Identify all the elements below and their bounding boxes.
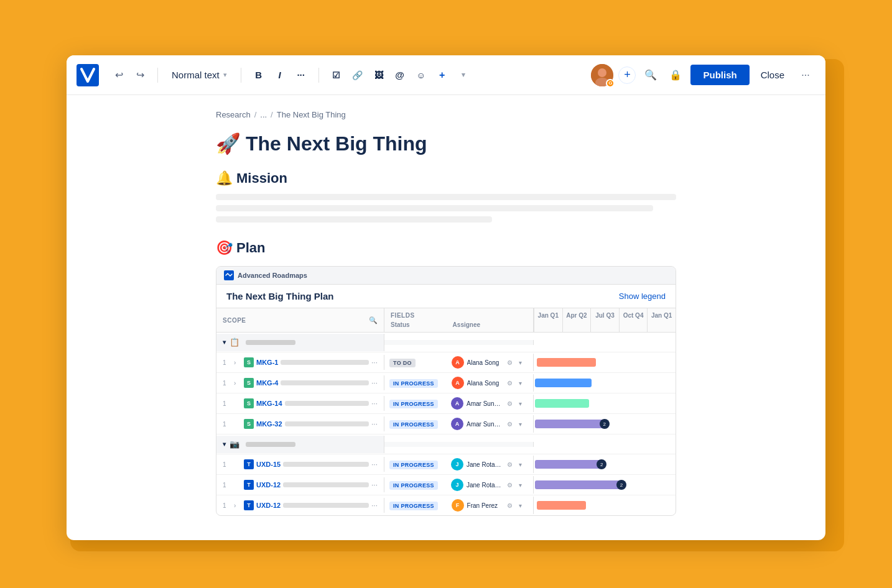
expand-icon[interactable]: › (234, 359, 241, 366)
settings-icon[interactable]: ⚙ (505, 379, 514, 387)
title-text[interactable]: The Next Big Thing (246, 132, 427, 155)
group-chevron-icon[interactable]: ▾ (223, 339, 226, 346)
settings-icon[interactable]: ⚙ (505, 420, 514, 428)
assignee-name: Fran Perez (467, 502, 498, 509)
gantt-bar[interactable]: 2 (535, 420, 603, 428)
gantt-bar[interactable] (537, 358, 597, 367)
group-chevron-icon[interactable]: ▾ (223, 441, 226, 448)
status-badge[interactable]: IN PROGRESS (389, 420, 438, 429)
search-button[interactable]: 🔍 (641, 65, 661, 85)
chevron-down-icon[interactable]: ▾ (516, 420, 524, 428)
row-status: IN PROGRESS (384, 420, 446, 429)
row-more-icon[interactable]: ··· (371, 460, 378, 469)
checkbox-button[interactable]: ☑ (327, 65, 346, 85)
breadcrumb-ellipsis[interactable]: ... (260, 110, 267, 119)
table-header: SCOPE 🔍 FIELDS Status Assignee (216, 308, 676, 333)
status-badge[interactable]: IN PROGRESS (389, 502, 438, 510)
table-row: 1 › T UXD-12 ··· IN PROGRESS F Fran Pere… (216, 495, 676, 515)
show-legend-button[interactable]: Show legend (619, 292, 666, 301)
settings-icon[interactable]: ⚙ (505, 480, 514, 489)
gantt-bar[interactable] (537, 501, 587, 510)
plan-section: 🎯 Plan (216, 240, 676, 256)
settings-icon[interactable]: ⚙ (505, 501, 514, 510)
image-button[interactable]: 🖼 (369, 65, 389, 85)
row-fields-cell: IN PROGRESS J Jane Rotanson ⚙ ▾ (384, 456, 534, 473)
redo-button[interactable]: ↪ (130, 65, 150, 85)
chevron-down-icon[interactable]: ▾ (516, 399, 524, 408)
chevron-down-icon[interactable]: ▾ (516, 480, 524, 489)
plan-emoji: 🎯 (216, 240, 233, 256)
insert-button[interactable]: + (432, 65, 452, 85)
mission-text[interactable]: Mission (236, 170, 287, 186)
roadmap-title: The Next Big Thing Plan (226, 291, 334, 301)
status-badge[interactable]: IN PROGRESS (389, 461, 438, 469)
issue-key[interactable]: MKG-32 (256, 420, 282, 428)
table-row: 1 T UXD-12 ··· IN PROGRESS J Jane Rotans… (216, 475, 676, 495)
expand-icon[interactable]: › (234, 502, 241, 509)
issue-key[interactable]: UXD-15 (256, 461, 281, 468)
settings-icon[interactable]: ⚙ (505, 358, 514, 367)
settings-icon[interactable]: ⚙ (505, 399, 514, 408)
assign-actions: ⚙ ▾ (505, 399, 528, 408)
mention-button[interactable]: @ (390, 65, 410, 85)
issue-key[interactable]: MKG-4 (256, 379, 278, 387)
issue-key[interactable]: UXD-12 (256, 481, 281, 489)
row-scope-cell: 1 S MKG-14 ··· (216, 396, 384, 411)
publish-button[interactable]: Publish (690, 65, 749, 85)
assignee-avatar: J (451, 458, 463, 471)
status-badge[interactable]: TO DO (389, 359, 416, 367)
bold-button[interactable]: B (249, 65, 269, 85)
more-format-button[interactable]: ··· (291, 65, 311, 85)
group-fields-cell (384, 340, 534, 345)
gantt-bar[interactable]: 2 (535, 460, 600, 469)
assignee-name: Alana Song (467, 359, 499, 366)
emoji-button[interactable]: ☺ (411, 65, 431, 85)
chevron-down-icon[interactable]: ▾ (516, 460, 524, 469)
chevron-down-icon[interactable]: ▾ (516, 379, 524, 387)
undo-button[interactable]: ↩ (109, 65, 129, 85)
breadcrumb-research[interactable]: Research (216, 110, 251, 119)
settings-icon[interactable]: ⚙ (505, 460, 514, 469)
issue-key[interactable]: MKG-1 (256, 359, 278, 366)
gantt-bar[interactable]: 2 (535, 480, 620, 489)
more-options-button[interactable]: ··· (796, 65, 815, 85)
add-collaborator-button[interactable]: + (618, 67, 636, 84)
row-more-icon[interactable]: ··· (371, 480, 378, 489)
issue-type-badge: T (244, 459, 254, 469)
text-style-button[interactable]: Normal text ▾ (165, 67, 233, 83)
issue-key[interactable]: UXD-12 (256, 502, 281, 509)
italic-button[interactable]: I (270, 65, 290, 85)
row-assignee: A Amar Sundaram ⚙ ▾ (446, 418, 533, 430)
row-more-icon[interactable]: ··· (371, 358, 378, 367)
row-more-icon[interactable]: ··· (371, 420, 378, 428)
issue-key[interactable]: MKG-14 (256, 400, 282, 407)
row-more-icon[interactable]: ··· (371, 501, 378, 510)
expand-icon[interactable]: › (234, 380, 241, 387)
chevron-down-icon[interactable]: ▾ (516, 501, 524, 510)
status-badge[interactable]: IN PROGRESS (389, 481, 438, 490)
link-button[interactable]: 🔗 (348, 65, 368, 85)
gantt-bar[interactable] (535, 399, 589, 408)
group-name-placeholder (246, 442, 295, 447)
plan-text[interactable]: Plan (236, 240, 265, 256)
row-more-icon[interactable]: ··· (371, 399, 378, 408)
assign-actions: ⚙ ▾ (505, 460, 528, 469)
table-row: 1 › S MKG-1 ··· TO DO A Alana Song ⚙ ▾ (216, 352, 676, 373)
gantt-bar[interactable] (535, 379, 592, 387)
status-badge[interactable]: IN PROGRESS (389, 379, 438, 388)
avatar[interactable]: G (591, 64, 613, 86)
close-button[interactable]: Close (755, 66, 791, 84)
lock-button[interactable]: 🔒 (666, 65, 685, 85)
group-fields-cell (384, 442, 534, 447)
row-scope-cell: 1 T UXD-12 ··· (216, 477, 384, 492)
advanced-roadmaps-icon (224, 270, 234, 280)
assign-actions: ⚙ ▾ (505, 420, 528, 428)
divider-3 (318, 68, 319, 83)
status-badge[interactable]: IN PROGRESS (389, 400, 438, 408)
chevron-down-icon[interactable]: ▾ (516, 358, 524, 367)
row-more-icon[interactable]: ··· (371, 379, 378, 387)
group-name-placeholder (246, 340, 295, 345)
scope-search-icon[interactable]: 🔍 (369, 316, 378, 324)
insert-dropdown-button[interactable]: ▾ (453, 65, 473, 85)
undo-redo-group: ↩ ↪ (109, 65, 150, 85)
